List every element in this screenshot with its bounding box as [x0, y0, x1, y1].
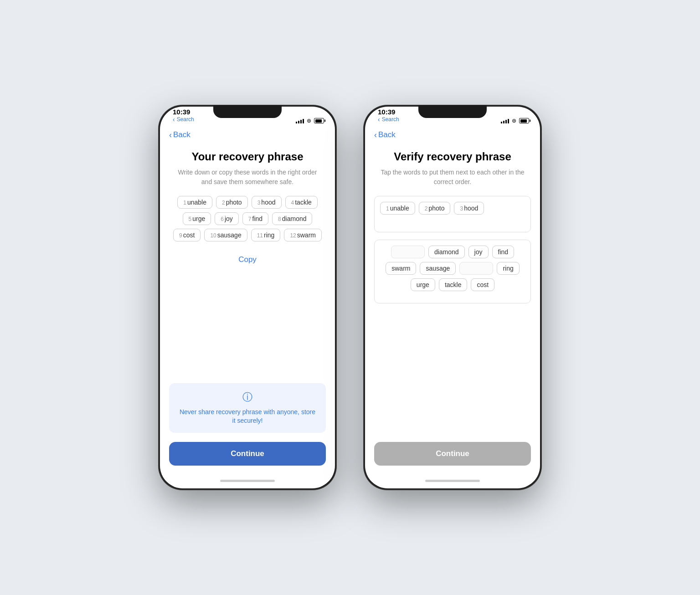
page-container: 10:39 ‹ Search ⊛ — [159, 105, 541, 490]
nav-bar-2: ‹ Back — [365, 127, 540, 143]
words-grid-1: 1unable 2photo 3hood 4tackle 5urge 6joy … — [169, 196, 326, 241]
home-bar-1 — [220, 480, 275, 482]
status-time-1: 10:39 — [173, 108, 190, 116]
battery-fill-1 — [315, 119, 322, 123]
back-chevron-1: ‹ — [169, 131, 172, 139]
screen-content-1: Your recovery phrase Write down or copy … — [160, 143, 335, 473]
warning-text-1: Never share recovery phrase with anyone,… — [178, 408, 317, 426]
verify-selected-3[interactable]: 3hood — [454, 202, 484, 215]
verify-selected-1[interactable]: 1unable — [380, 202, 415, 215]
continue-button-2[interactable]: Continue — [374, 442, 531, 466]
back-button-1[interactable]: ‹ Back — [169, 130, 190, 139]
signal-bars-2 — [501, 118, 509, 123]
screen-title-2: Verify recovery phrase — [374, 150, 531, 163]
screen-content-2: Verify recovery phrase Tap the words to … — [365, 143, 540, 473]
verify-top-area: 1unable 2photo 3hood — [374, 196, 531, 232]
word-pill-6[interactable]: 6joy — [215, 212, 239, 225]
home-indicator-2 — [365, 473, 540, 488]
screen-title-1: Your recovery phrase — [169, 150, 326, 163]
word-pill-3[interactable]: 3hood — [252, 196, 282, 209]
warning-icon-1: ⓘ — [242, 390, 252, 404]
back-chevron-2: ‹ — [374, 131, 377, 139]
continue-button-1[interactable]: Continue — [169, 442, 326, 466]
word-pill-11[interactable]: 11ring — [251, 229, 281, 241]
signal-bar-2-3 — [505, 120, 507, 123]
notch-2 — [418, 105, 487, 118]
signal-bar-2-4 — [508, 119, 509, 123]
word-pill-4[interactable]: 4tackle — [285, 196, 318, 209]
word-pill-1[interactable]: 1unable — [177, 196, 212, 209]
word-pill-10[interactable]: 10sausage — [204, 229, 247, 241]
search-label-1: Search — [177, 116, 194, 123]
verify-word-cost[interactable]: cost — [471, 278, 494, 291]
verify-word-urge[interactable]: urge — [411, 278, 435, 291]
battery-icon-2 — [519, 118, 529, 123]
verify-word-diamond[interactable]: diamond — [428, 246, 465, 258]
wifi-icon-2: ⊛ — [512, 118, 516, 124]
nav-search-row-1: ‹ Search — [173, 116, 194, 123]
verify-bottom-area: diamond joy find swarm sausage ring urge… — [374, 240, 531, 303]
nav-search-row-2: ‹ Search — [378, 116, 399, 123]
verify-word-ring[interactable]: ring — [497, 262, 519, 275]
status-icons-1: ⊛ — [296, 118, 324, 124]
home-indicator-1 — [160, 473, 335, 488]
phone-2: 10:39 ‹ Search ⊛ — [364, 105, 541, 490]
phone-2-inner: 10:39 ‹ Search ⊛ — [365, 107, 540, 488]
phone-1: 10:39 ‹ Search ⊛ — [159, 105, 336, 490]
signal-bar-3 — [300, 120, 302, 123]
signal-bar-2-1 — [501, 122, 502, 123]
battery-fill-2 — [520, 119, 527, 123]
wifi-icon-1: ⊛ — [307, 118, 311, 124]
home-bar-2 — [425, 480, 480, 482]
signal-bar-4 — [303, 119, 304, 123]
word-pill-2[interactable]: 2photo — [216, 196, 248, 209]
verify-word-swarm[interactable]: swarm — [386, 262, 416, 275]
status-time-2: 10:39 — [378, 108, 395, 116]
battery-icon-1 — [314, 118, 324, 123]
search-label-2: Search — [382, 116, 399, 123]
verify-word-tackle[interactable]: tackle — [439, 278, 468, 291]
spacer-pill-2 — [459, 262, 493, 275]
verify-word-sausage[interactable]: sausage — [420, 262, 456, 275]
verify-selected-2[interactable]: 2photo — [419, 202, 451, 215]
spacer-pill-1 — [391, 246, 425, 258]
back-label-1: Back — [173, 130, 190, 139]
screen-subtitle-1: Write down or copy these words in the ri… — [169, 168, 326, 187]
word-pill-12[interactable]: 12swarm — [284, 229, 322, 241]
word-pill-9[interactable]: 9cost — [173, 229, 201, 241]
word-pill-8[interactable]: 8diamond — [272, 212, 312, 225]
status-icons-2: ⊛ — [501, 118, 529, 124]
back-button-2[interactable]: ‹ Back — [374, 130, 396, 139]
signal-bars-1 — [296, 118, 304, 123]
warning-box-1: ⓘ Never share recovery phrase with anyon… — [169, 383, 326, 433]
back-label-2: Back — [378, 130, 396, 139]
signal-bar-2-2 — [503, 121, 504, 123]
phone-1-inner: 10:39 ‹ Search ⊛ — [160, 107, 335, 488]
word-pill-5[interactable]: 5urge — [183, 212, 211, 225]
signal-bar-2 — [298, 121, 299, 123]
nav-bar-1: ‹ Back — [160, 127, 335, 143]
copy-button-1[interactable]: Copy — [169, 255, 326, 264]
notch-1 — [213, 105, 282, 118]
signal-bar-1 — [296, 122, 297, 123]
verify-word-find[interactable]: find — [492, 246, 515, 258]
verify-word-joy[interactable]: joy — [468, 246, 489, 258]
screen-subtitle-2: Tap the words to put them next to each o… — [374, 168, 531, 187]
word-pill-7[interactable]: 7find — [242, 212, 268, 225]
